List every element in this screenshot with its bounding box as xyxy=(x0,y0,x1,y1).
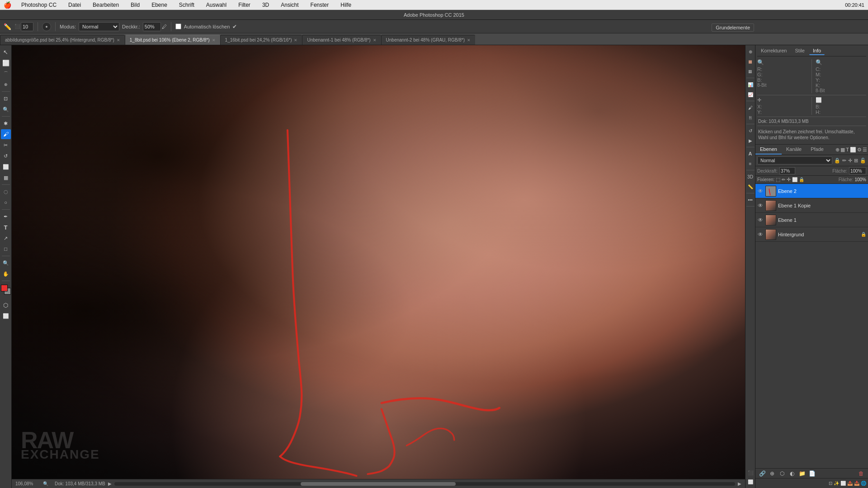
layer-artboard-icon[interactable]: ⊞ xyxy=(854,158,858,164)
foreground-color[interactable] xyxy=(1,285,8,291)
menu-datei[interactable]: Datei xyxy=(66,2,83,8)
layer-lock-icon-1[interactable]: 🔒 xyxy=(834,158,840,164)
quick-mask-btn[interactable]: ⬡ xyxy=(1,300,11,310)
rt-clone-src-btn[interactable]: ⎘ xyxy=(746,113,755,122)
brush-preset-picker[interactable]: ● xyxy=(42,22,51,31)
blend-mode-select[interactable]: Normal xyxy=(757,156,832,164)
fill-input[interactable] xyxy=(849,167,866,174)
ps-bottom-icon-3[interactable]: ⬜ xyxy=(840,481,846,486)
layer-edit-icon[interactable]: ✏ xyxy=(842,158,846,164)
tab-4[interactable]: Unbenannt-2 bei 48% (GRAU, RGB/8*) ✕ xyxy=(381,35,476,45)
menu-photoshop[interactable]: Photoshop CC xyxy=(19,2,58,8)
canvas-area[interactable]: RAW EXCHANGE 106,08% 🔍 Dok: 103,4 MB/313… xyxy=(12,45,745,488)
rt-brush-btn[interactable]: 🖌 xyxy=(746,103,755,112)
rt-swatches-btn[interactable]: ▦ xyxy=(746,67,755,76)
rt-history-btn[interactable]: ↺ xyxy=(746,126,755,135)
lock-all-btn[interactable]: 🔒 xyxy=(799,177,804,182)
menu-ansicht[interactable]: Ansicht xyxy=(279,2,300,8)
layers-panel-icon-2[interactable]: ▦ xyxy=(840,147,845,153)
text-tool[interactable]: T xyxy=(1,222,11,232)
modus-select[interactable]: Normal xyxy=(79,22,119,31)
horizontal-scrollbar[interactable] xyxy=(114,482,735,486)
tab-0[interactable]: abbildungsgröße.psd bei 25,4% (Hintergru… xyxy=(0,35,125,45)
layers-panel-icon-6[interactable]: ☰ xyxy=(863,147,867,153)
path-select-tool[interactable]: ↗ xyxy=(1,233,11,243)
layers-panel-icon-1[interactable]: ⊕ xyxy=(835,147,840,153)
scroll-right-icon[interactable]: ▶ xyxy=(738,481,741,486)
tab-1[interactable]: 1_8bit.psd bei 106% (Ebene 2, RGB/8*) ✕ xyxy=(125,35,220,45)
delete-layer-btn[interactable]: 🗑 xyxy=(857,469,865,478)
rt-histogram-btn[interactable]: 📊 xyxy=(746,80,755,89)
rt-canvas-btn[interactable]: ⬛ xyxy=(746,468,755,477)
layer-vis-ebene1kopie[interactable]: 👁 xyxy=(757,202,764,209)
brush-size-input[interactable]: ⬛ xyxy=(14,22,33,31)
flow-icon[interactable]: ✔ xyxy=(232,23,237,30)
scrollbar-thumb[interactable] xyxy=(301,482,456,486)
grundelemente-button[interactable]: Grundelemente xyxy=(712,23,754,32)
brush-tool[interactable]: 🖌 xyxy=(1,129,11,139)
ps-bottom-icon-2[interactable]: ✨ xyxy=(834,481,839,486)
link-layers-btn[interactable]: 🔗 xyxy=(758,469,766,478)
rt-navigator-btn[interactable]: ⊕ xyxy=(746,47,755,56)
screen-mode-btn[interactable]: ⬜ xyxy=(1,311,11,321)
layer-vis-hintergrund[interactable]: 👁 xyxy=(757,231,764,238)
zoom-icon[interactable]: 🔍 xyxy=(43,481,48,486)
lock-pixels-btn[interactable]: ✏ xyxy=(782,177,785,182)
shape-tool[interactable]: □ xyxy=(1,244,11,254)
opacity-input[interactable] xyxy=(779,167,795,174)
menu-fenster[interactable]: Fenster xyxy=(309,2,331,8)
tab-stile[interactable]: Stile xyxy=(791,47,808,55)
layers-tab-kanaele[interactable]: Kanäle xyxy=(782,145,806,155)
layers-panel-icon-4[interactable]: ⬜ xyxy=(850,147,856,153)
lasso-tool[interactable]: ⌒ xyxy=(1,69,11,79)
layer-lock-icon-2[interactable]: 🔓 xyxy=(860,158,866,164)
deckkr-input-group[interactable]: 🖊 xyxy=(143,22,167,31)
rt-char-btn[interactable]: A xyxy=(746,149,755,158)
auto-loeschen-label[interactable]: Automatisch löschen xyxy=(184,24,230,29)
crop-tool[interactable]: ⊡ xyxy=(1,94,11,103)
layer-move-icon[interactable]: ✛ xyxy=(848,158,852,164)
ps-bottom-icon-4[interactable]: 📤 xyxy=(847,481,853,486)
rt-screen-btn[interactable]: ⬜ xyxy=(746,477,755,486)
menu-ebene[interactable]: Ebene xyxy=(150,2,169,8)
menu-bild[interactable]: Bild xyxy=(129,2,142,8)
lock-position-btn[interactable]: ✛ xyxy=(787,177,791,183)
brush-size-field[interactable] xyxy=(21,22,33,31)
menu-3d[interactable]: 3D xyxy=(260,2,271,8)
layer-style-btn[interactable]: ⊕ xyxy=(768,469,776,478)
layer-item-hintergrund[interactable]: 👁 Hintergrund 🔒 xyxy=(755,227,868,242)
layer-vis-ebene2[interactable]: 👁 xyxy=(757,188,764,194)
move-tool[interactable]: ↖ xyxy=(1,47,11,57)
gradient-tool[interactable]: ▦ xyxy=(1,173,11,183)
rt-chart-btn[interactable]: 📈 xyxy=(746,90,755,99)
tab-2-close[interactable]: ✕ xyxy=(294,38,297,42)
tab-4-close[interactable]: ✕ xyxy=(467,38,471,42)
tab-2[interactable]: 1_16bit.psd bei 24,2% (RGB/16*) ✕ xyxy=(220,35,302,45)
layers-tab-pfade[interactable]: Pfade xyxy=(806,145,828,155)
rt-actions-btn[interactable]: ▶ xyxy=(746,136,755,145)
eraser-tool[interactable]: ⬜ xyxy=(1,162,11,172)
hand-tool[interactable]: ✋ xyxy=(1,269,11,279)
deckkr-field[interactable] xyxy=(143,22,161,31)
brush-tool-icon[interactable]: ✏️ xyxy=(3,22,12,31)
dodge-tool[interactable]: ○ xyxy=(1,197,11,207)
layers-panel-icon-3[interactable]: T xyxy=(846,147,849,152)
clone-tool[interactable]: ✂ xyxy=(1,140,11,150)
menu-auswahl[interactable]: Auswahl xyxy=(204,2,228,8)
ps-bottom-icon-5[interactable]: 📥 xyxy=(854,481,859,486)
zoom-tool[interactable]: 🔍 xyxy=(1,258,11,268)
menu-schrift[interactable]: Schrift xyxy=(177,2,196,8)
menu-hilfe[interactable]: Hilfe xyxy=(339,2,353,8)
new-layer-btn[interactable]: 📄 xyxy=(808,469,816,478)
spot-heal-tool[interactable]: ✱ xyxy=(1,118,11,128)
menu-filter[interactable]: Filter xyxy=(236,2,252,8)
adjustment-btn[interactable]: ◐ xyxy=(788,469,796,478)
lock-transparent-btn[interactable]: ⬚ xyxy=(776,177,780,183)
eyedropper-tool[interactable]: 🔍 xyxy=(1,104,11,114)
layers-tab-ebenen[interactable]: Ebenen xyxy=(755,145,782,155)
group-btn[interactable]: 📁 xyxy=(798,469,806,478)
lock-artboard-btn[interactable]: ⬜ xyxy=(792,177,797,182)
rt-more-btn[interactable]: ••• xyxy=(746,195,755,204)
layer-item-ebene1[interactable]: 👁 Ebene 1 xyxy=(755,213,868,227)
rt-color-btn[interactable]: ◼ xyxy=(746,57,755,66)
